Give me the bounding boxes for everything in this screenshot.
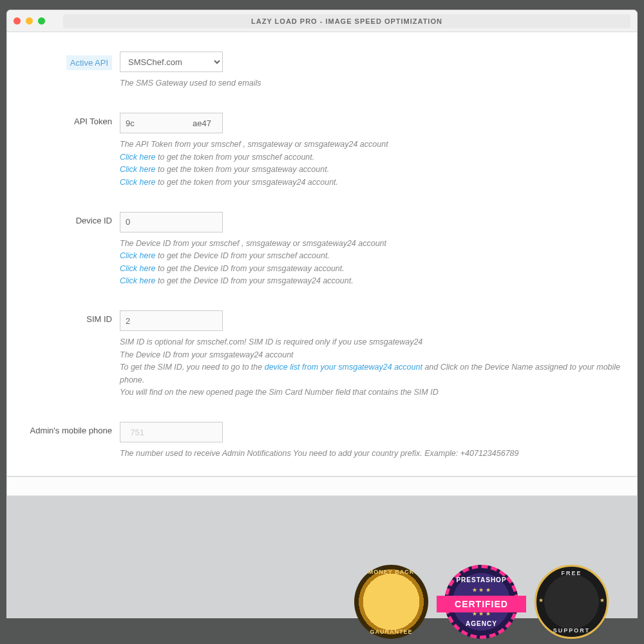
maximize-icon[interactable] bbox=[38, 17, 45, 24]
admin-phone-input[interactable] bbox=[120, 422, 223, 442]
row-sim-id: SIM ID SIM ID is optional for smschef.co… bbox=[14, 304, 630, 415]
label-device-id: Device ID bbox=[14, 212, 120, 225]
link-device-smsgateway[interactable]: Click here bbox=[120, 264, 156, 273]
link-token-smsgateway24[interactable]: Click here bbox=[120, 178, 156, 187]
label-api-token: API Token bbox=[14, 113, 120, 126]
link-device-list[interactable]: device list from your smsgateway24 accou… bbox=[265, 363, 422, 372]
help-device-id: The Device ID from your smschef , smsgat… bbox=[120, 238, 630, 288]
sim-id-input[interactable] bbox=[120, 310, 223, 331]
page-content: Active API SMSChef.com The SMS Gateway u… bbox=[6, 32, 638, 618]
browser-titlebar: LAZY LOAD PRO - IMAGE SPEED OPTIMIZATION bbox=[6, 10, 638, 32]
active-api-select[interactable]: SMSChef.com bbox=[120, 52, 223, 72]
close-icon[interactable] bbox=[14, 17, 21, 24]
row-device-id: Device ID The Device ID from your smsche… bbox=[14, 205, 630, 305]
link-device-smsgateway24[interactable]: Click here bbox=[120, 276, 156, 285]
help-sim-id: SIM ID is optional for smschef.com! SIM … bbox=[120, 336, 630, 399]
row-active-api: Active API SMSChef.com The SMS Gateway u… bbox=[14, 45, 630, 106]
device-id-input[interactable] bbox=[120, 212, 223, 232]
label-admin-phone: Admin's mobile phone bbox=[14, 422, 120, 435]
link-device-smschef[interactable]: Click here bbox=[120, 251, 156, 260]
label-active-api: Active API bbox=[66, 55, 112, 70]
badge-money-back: MONEY BACK 30 DAYS GAURANTEE bbox=[354, 565, 428, 639]
badge-support: FREE 24/7 SUPPORT ★ ★ bbox=[535, 565, 609, 639]
help-api-token: The API Token from your smschef , smsgat… bbox=[120, 138, 630, 189]
label-sim-id: SIM ID bbox=[14, 310, 120, 324]
link-token-smsgateway[interactable]: Click here bbox=[120, 165, 156, 174]
minimize-icon[interactable] bbox=[26, 17, 33, 24]
help-active-api: The SMS Gateway used to send emails bbox=[120, 77, 630, 90]
page-title: LAZY LOAD PRO - IMAGE SPEED OPTIMIZATION bbox=[251, 17, 442, 25]
panel-footer bbox=[7, 477, 637, 496]
row-admin-phone: Admin's mobile phone The number used to … bbox=[14, 415, 630, 466]
address-bar[interactable]: LAZY LOAD PRO - IMAGE SPEED OPTIMIZATION bbox=[63, 14, 630, 28]
badge-certified: PRESTASHOP CERTIFIED AGENCY ★ ★ ★ ★ ★ ★ bbox=[444, 565, 518, 639]
api-token-input[interactable] bbox=[120, 113, 223, 133]
link-token-smschef[interactable]: Click here bbox=[120, 153, 156, 162]
help-admin-phone: The number used to receive Admin Notific… bbox=[120, 448, 630, 460]
window-controls bbox=[14, 17, 45, 24]
row-api-token: API Token The API Token from your smsche… bbox=[14, 106, 630, 205]
